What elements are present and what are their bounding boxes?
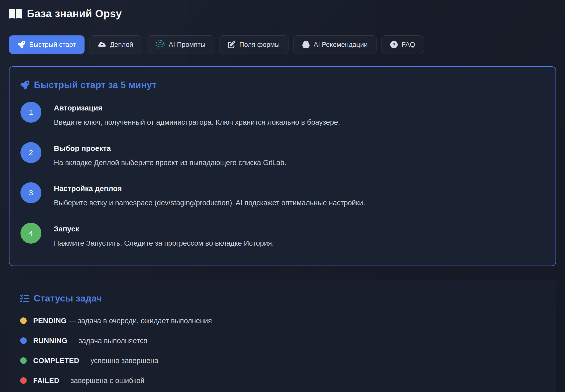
rocket-icon [20, 81, 29, 90]
opsy-logo-icon: OPSY [156, 40, 165, 49]
tab-label: AI Промпты [169, 41, 205, 49]
tab-deploy[interactable]: Деплой [90, 35, 142, 54]
opsy-logo-text: OPSY [156, 42, 165, 47]
question-circle-icon [390, 41, 398, 48]
tab-label: Поля формы [239, 41, 280, 49]
status-row: FAILED — завершена с ошибкой [20, 377, 545, 385]
tab-form-fields[interactable]: Поля формы [219, 35, 288, 54]
step-number-badge: 2 [20, 142, 41, 163]
step-title: Настройка деплоя [54, 184, 365, 193]
step-item: 2 Выбор проекта На вкладке Деплой выбери… [20, 142, 545, 168]
rocket-icon [18, 41, 25, 48]
status-label: PENDING [33, 317, 67, 325]
task-statuses-card-header: Статусы задач [20, 293, 545, 304]
status-row: COMPLETED — успешно завершена [20, 357, 545, 365]
step-description: Введите ключ, полученный от администрато… [54, 118, 340, 127]
step-item: 3 Настройка деплоя Выберите ветку и name… [20, 182, 545, 208]
status-description: — задача выполняется [70, 337, 148, 345]
tab-quick-start[interactable]: Быстрый старт [9, 35, 85, 54]
step-description: Нажмите Запустить. Следите за прогрессом… [54, 239, 274, 248]
edit-icon [228, 41, 235, 48]
step-title: Запуск [54, 225, 274, 233]
tab-ai-recommendations[interactable]: AI Рекомендации [293, 35, 377, 54]
tab-label: FAQ [402, 41, 415, 49]
tab-label: Деплой [110, 41, 133, 49]
tab-bar: Быстрый старт Деплой OPSY AI Промпты Пол… [9, 35, 556, 54]
cloud-upload-icon [98, 41, 106, 48]
step-item: 4 Запуск Нажмите Запустить. Следите за п… [20, 223, 545, 248]
page-title: База знаний Opsy [27, 8, 122, 20]
status-label: RUNNING [33, 337, 67, 345]
quick-start-card: Быстрый старт за 5 минут 1 Авторизация В… [9, 66, 556, 266]
tab-faq[interactable]: FAQ [381, 35, 424, 54]
step-number-badge: 4 [20, 223, 41, 244]
step-title: Авторизация [54, 104, 340, 112]
task-statuses-card: Статусы задач PENDING — задача в очереди… [9, 280, 556, 392]
step-description: Выберите ветку и namespace (dev/staging/… [54, 198, 365, 208]
status-label: FAILED [33, 377, 59, 385]
status-dot-running [20, 337, 27, 344]
tab-label: AI Рекомендации [314, 41, 368, 49]
status-label: COMPLETED [33, 357, 79, 365]
tab-ai-prompts[interactable]: OPSY AI Промпты [147, 35, 214, 54]
step-description: На вкладке Деплой выберите проект из вып… [54, 158, 286, 168]
status-description: — успешно завершена [81, 357, 158, 365]
status-list: PENDING — задача в очереди, ожидает выпо… [20, 317, 545, 385]
app-header: База знаний Opsy [9, 6, 556, 21]
quick-start-card-header: Быстрый старт за 5 минут [20, 80, 545, 90]
brain-icon [302, 41, 310, 48]
quick-start-title: Быстрый старт за 5 минут [34, 80, 157, 90]
knowledge-base-page: База знаний Opsy Быстрый старт Деплой OP… [0, 0, 565, 392]
list-check-icon [20, 294, 29, 303]
status-dot-completed [20, 357, 27, 364]
step-title: Выбор проекта [54, 144, 286, 153]
step-number-badge: 1 [20, 102, 41, 123]
status-description: — задача в очереди, ожидает выполнения [69, 317, 212, 325]
quick-start-steps: 1 Авторизация Введите ключ, полученный о… [20, 102, 545, 248]
tab-label: Быстрый старт [29, 41, 76, 49]
status-dot-failed [20, 377, 27, 384]
step-number-badge: 3 [20, 182, 41, 203]
status-dot-pending [20, 317, 27, 324]
step-item: 1 Авторизация Введите ключ, полученный о… [20, 102, 545, 127]
status-row: PENDING — задача в очереди, ожидает выпо… [20, 317, 545, 325]
book-open-icon [9, 8, 22, 19]
task-statuses-title: Статусы задач [34, 293, 102, 304]
status-row: RUNNING — задача выполняется [20, 337, 545, 345]
status-description: — завершена с ошибкой [61, 377, 145, 385]
